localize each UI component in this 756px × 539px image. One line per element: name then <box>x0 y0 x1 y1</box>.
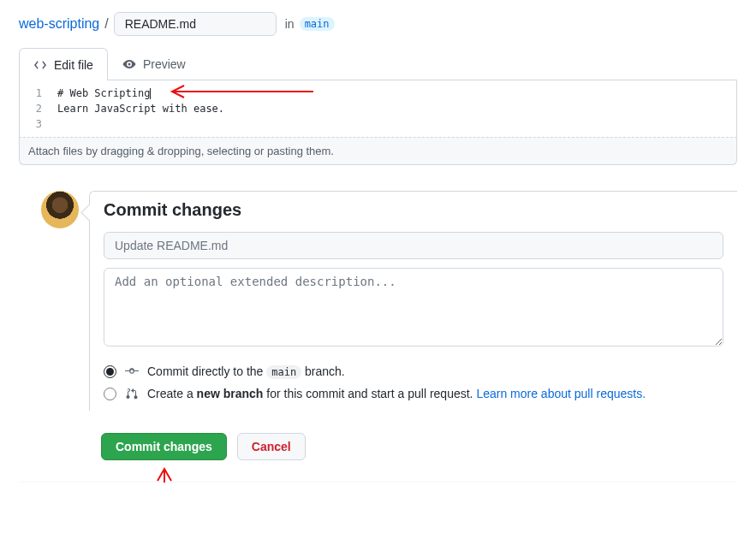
breadcrumb-separator: / <box>104 16 108 32</box>
tab-preview[interactable]: Preview <box>108 48 200 80</box>
breadcrumb: web-scripting / in main <box>0 0 756 39</box>
code-text[interactable]: Learn JavaScript with ease. <box>57 101 224 116</box>
radio-new-branch-label: Create a new branch for this commit and … <box>147 387 646 400</box>
branch-pill-inline: main <box>266 365 301 379</box>
commit-area: Commit changes Commit directly to the ma… <box>41 191 737 411</box>
editor-line[interactable]: 3 <box>20 116 736 132</box>
commit-buttons: Commit changes Cancel <box>101 433 737 460</box>
radio-commit-direct-label: Commit directly to the main branch. <box>147 364 345 378</box>
editor-line[interactable]: 1 # Web Scripting <box>20 86 736 101</box>
line-number: 2 <box>20 101 57 116</box>
cancel-button[interactable]: Cancel <box>237 433 306 460</box>
horizontal-rule <box>19 481 737 483</box>
tab-preview-label: Preview <box>143 57 186 71</box>
radio-new-branch-input[interactable] <box>104 388 116 400</box>
tabs: Edit file Preview <box>19 48 737 80</box>
git-pull-request-icon <box>125 387 139 400</box>
annotation-arrow-icon <box>147 462 182 483</box>
repo-link[interactable]: web-scripting <box>19 16 99 32</box>
line-number: 3 <box>20 116 57 132</box>
commit-button[interactable]: Commit changes <box>101 433 227 460</box>
commit-heading: Commit changes <box>104 200 723 220</box>
code-icon <box>33 58 47 72</box>
code-editor[interactable]: 1 # Web Scripting 2 Learn JavaScript wit… <box>19 80 737 137</box>
code-text[interactable]: # Web Scripting <box>57 86 151 101</box>
avatar[interactable] <box>41 191 79 228</box>
tab-edit-label: Edit file <box>54 58 93 72</box>
git-commit-icon <box>125 364 139 378</box>
eye-icon <box>122 57 136 71</box>
filename-input[interactable] <box>114 12 277 36</box>
radio-commit-direct[interactable]: Commit directly to the main branch. <box>104 364 723 378</box>
commit-description-input[interactable] <box>104 268 723 346</box>
in-label: in <box>285 17 295 31</box>
attach-hint[interactable]: Attach files by dragging & dropping, sel… <box>19 137 737 165</box>
radio-new-branch[interactable]: Create a new branch for this commit and … <box>104 387 723 400</box>
tab-edit-file[interactable]: Edit file <box>19 48 108 80</box>
commit-panel: Commit changes Commit directly to the ma… <box>89 191 737 411</box>
branch-pill[interactable]: main <box>300 17 335 31</box>
radio-commit-direct-input[interactable] <box>104 365 116 378</box>
line-number: 1 <box>20 86 57 101</box>
editor-line[interactable]: 2 Learn JavaScript with ease. <box>20 101 736 116</box>
learn-more-link[interactable]: Learn more about pull requests. <box>476 387 646 400</box>
commit-summary-input[interactable] <box>104 232 723 259</box>
text-caret <box>150 88 151 99</box>
